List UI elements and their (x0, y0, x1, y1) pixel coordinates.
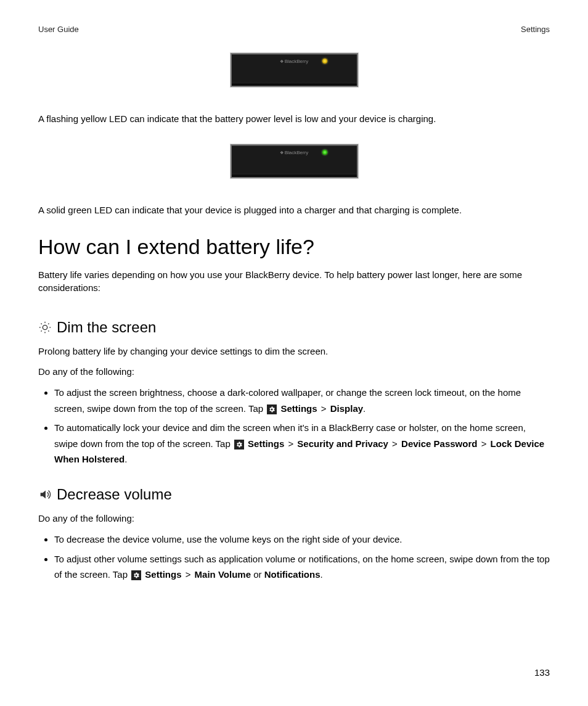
decrease-volume-heading: Decrease volume (38, 486, 550, 503)
page-header: User Guide Settings (38, 25, 550, 34)
svg-point-0 (43, 325, 47, 329)
page-title: How can I extend battery life? (38, 235, 550, 259)
device-brand-label: BlackBerry (232, 150, 357, 155)
led-green-icon (322, 150, 327, 155)
device-figure-green: BlackBerry (38, 144, 550, 179)
list-item: To adjust other volume settings such as … (54, 551, 550, 583)
svg-line-5 (41, 323, 41, 324)
settings-gear-icon (267, 404, 277, 414)
volume-heading-label: Decrease volume (57, 486, 172, 503)
dim-paragraph-2: Do any of the following: (38, 365, 550, 379)
brightness-icon (38, 321, 52, 334)
list-item: To decrease the device volume, use the v… (54, 532, 550, 548)
device-brand-label: BlackBerry (232, 59, 357, 64)
list-item: To adjust the screen brightness, choose … (54, 385, 550, 416)
yellow-led-description: A flashing yellow LED can indicate that … (38, 112, 550, 125)
dim-heading-label: Dim the screen (57, 319, 156, 336)
svg-line-8 (48, 323, 49, 324)
page-number: 133 (534, 667, 550, 678)
dim-screen-heading: Dim the screen (38, 319, 550, 336)
volume-list: To decrease the device volume, use the v… (38, 532, 550, 583)
settings-gear-icon (131, 570, 141, 580)
led-yellow-icon (322, 59, 327, 64)
device-image: BlackBerry (230, 52, 359, 88)
dim-list: To adjust the screen brightness, choose … (38, 385, 550, 467)
header-right: Settings (521, 25, 550, 34)
svg-line-7 (41, 330, 41, 331)
main-intro: Battery life varies depending on how you… (38, 268, 550, 294)
volume-icon (38, 488, 52, 501)
dim-paragraph-1: Prolong battery life by changing your de… (38, 345, 550, 359)
settings-gear-icon (234, 440, 244, 449)
volume-paragraph-1: Do any of the following: (38, 512, 550, 526)
header-left: User Guide (38, 25, 79, 34)
svg-line-6 (48, 330, 49, 331)
green-led-description: A solid green LED can indicate that your… (38, 203, 550, 216)
device-image: BlackBerry (230, 144, 359, 179)
device-figure-yellow: BlackBerry (38, 52, 550, 88)
list-item: To automatically lock your device and di… (54, 420, 550, 467)
